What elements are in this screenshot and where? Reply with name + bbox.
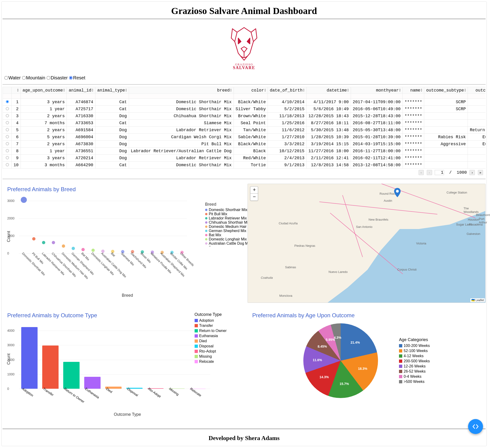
filter-cell[interactable] <box>306 94 351 99</box>
legend-item[interactable]: >500 Weeks <box>399 379 430 384</box>
row-select[interactable] <box>6 121 9 124</box>
table-row[interactable]: 93 yearsA720214DogLabrador Retriever Mix… <box>3 154 486 161</box>
scatter-point[interactable] <box>21 197 27 203</box>
bar[interactable] <box>42 346 59 389</box>
scatter-point[interactable] <box>91 249 95 252</box>
legend-item[interactable]: Domestic Shorthair Mix <box>205 208 254 212</box>
legend-item[interactable]: 12-26 Weeks <box>399 364 430 369</box>
table-row[interactable]: 52 yearsA691584DogLabrador Retriever Mix… <box>3 126 486 134</box>
row-select[interactable] <box>6 149 9 152</box>
legend-item[interactable]: Rto-Adopt <box>195 349 227 354</box>
legend-item[interactable]: 200-500 Weeks <box>399 358 430 364</box>
col-outcome_type[interactable]: outcome_type▲▼ <box>468 87 486 94</box>
pie-chart[interactable]: 21.4%18.3%15.7%14.3%11.6%8.45%5.95%4.3% <box>303 323 378 398</box>
zoom-out-button[interactable]: − <box>250 194 258 201</box>
filter-label[interactable]: Mountain <box>26 75 45 80</box>
col-animal_type[interactable]: animal_type▲▼ <box>95 87 129 94</box>
leaflet-attribution[interactable]: 🇺🇦 Leaflet <box>470 298 485 302</box>
table-row[interactable]: 72 yearsA673830DogPit Bull MixBlack/Whit… <box>3 141 486 148</box>
row-select[interactable] <box>6 163 9 166</box>
filter-cell[interactable] <box>3 94 12 99</box>
legend-item[interactable]: Bat Mix <box>205 233 254 237</box>
table-row[interactable]: 32 yearsA716330DogChihuahua Shorthair Mi… <box>3 113 486 119</box>
legend-item[interactable]: Euthanasia <box>195 333 227 339</box>
filter-label[interactable]: Water <box>9 75 21 80</box>
legend-item[interactable]: Pit Bull Mix <box>205 212 254 216</box>
legend-item[interactable]: 0-4 Weeks <box>399 374 430 379</box>
pager-last[interactable]: » <box>478 170 483 175</box>
filter-cell[interactable] <box>402 94 424 99</box>
location-map[interactable]: + − 🇺🇦 Leaflet AustinRound RockCollege S… <box>248 184 486 303</box>
row-select[interactable] <box>6 114 9 117</box>
filter-reset[interactable] <box>69 76 73 80</box>
filter-label[interactable]: Disaster <box>51 75 68 80</box>
col-name[interactable]: name▲▼ <box>402 87 424 94</box>
col-date_of_birth[interactable]: date_of_birth▲▼ <box>268 87 306 94</box>
code-fab-button[interactable] <box>468 419 483 434</box>
bar-chart[interactable]: 01000200030004000AdoptionTransferReturn … <box>19 323 210 389</box>
table-row[interactable]: 103 monthsA664290CatDomestic Shorthair M… <box>3 161 486 169</box>
row-select[interactable] <box>6 107 9 110</box>
legend-item[interactable]: Adoption <box>195 318 227 323</box>
col-index[interactable]: ▲▼ <box>12 87 21 94</box>
legend-item[interactable]: Disposal <box>195 344 227 349</box>
filter-cell[interactable] <box>20 94 67 99</box>
table-row[interactable]: 47 monthsA733653CatSiamese MixSeal Point… <box>3 119 486 126</box>
row-select[interactable] <box>6 128 9 131</box>
filter-cell[interactable] <box>351 94 402 99</box>
scatter-point[interactable] <box>62 244 65 248</box>
legend-item[interactable]: Bat <box>205 246 254 246</box>
filter-cell[interactable] <box>67 94 95 99</box>
col-animal_id[interactable]: animal_id▲▼ <box>67 87 95 94</box>
legend-item[interactable]: Relocate <box>195 359 227 364</box>
scatter-point[interactable] <box>42 241 45 244</box>
pager-next[interactable]: › <box>470 170 475 175</box>
table-row[interactable]: 13 yearsA746874CatDomestic Shorthair Mix… <box>3 99 486 106</box>
filter-label[interactable]: Reset <box>73 75 85 80</box>
filter-cell[interactable] <box>424 94 468 99</box>
scatter-point[interactable] <box>72 247 75 250</box>
filter-mountain[interactable] <box>22 76 26 80</box>
legend-item[interactable]: Australian Cattle Dog Mix <box>205 242 254 246</box>
legend-item[interactable]: Return to Owner <box>195 328 227 333</box>
legend-item[interactable]: 4-12 Weeks <box>399 353 430 358</box>
zoom-in-button[interactable]: + <box>250 187 258 194</box>
legend-item[interactable]: Labrador Retriever Mix <box>205 216 254 220</box>
row-select[interactable] <box>6 135 9 138</box>
scatter-chart[interactable]: BreedDomestic Shorthair MixPit Bull MixL… <box>19 197 187 253</box>
row-select[interactable] <box>6 100 9 103</box>
col-outcome_subtype[interactable]: outcome_subtype▲▼ <box>424 87 468 94</box>
row-select[interactable] <box>6 156 9 159</box>
map-marker[interactable] <box>394 188 401 198</box>
pager-first[interactable]: « <box>419 170 424 175</box>
legend-item[interactable]: 26-52 Weeks <box>399 369 430 374</box>
scatter-point[interactable] <box>32 237 35 241</box>
filter-water[interactable] <box>4 76 8 80</box>
filter-cell[interactable] <box>268 94 306 99</box>
legend-item[interactable]: 100-200 Weeks <box>399 343 430 348</box>
col-age_upon_outcome[interactable]: age_upon_outcome▲▼ <box>20 87 67 94</box>
filter-cell[interactable] <box>12 94 21 99</box>
row-select[interactable] <box>6 142 9 145</box>
pager-prev[interactable]: ‹ <box>427 170 432 175</box>
legend-item[interactable]: Domestic Longhair Mix <box>205 237 254 242</box>
col-monthyear[interactable]: monthyear▲▼ <box>351 87 402 94</box>
bar[interactable] <box>21 327 38 389</box>
legend-item[interactable]: Domestic Medium Hair Mix <box>205 224 254 229</box>
bar[interactable] <box>63 362 79 389</box>
table-row[interactable]: 81 yearA736551DogLabrador Retriever/Aust… <box>3 148 486 154</box>
scatter-point[interactable] <box>81 248 85 251</box>
col-breed[interactable]: breed▲▼ <box>129 87 234 94</box>
scatter-point[interactable] <box>52 241 55 244</box>
table-row[interactable]: 65 yearsA696004DogCardigan Welsh Corgi M… <box>3 134 486 141</box>
col-color[interactable]: color▲▼ <box>234 87 268 94</box>
legend-item[interactable]: Transfer <box>195 323 227 328</box>
legend-item[interactable]: German Shepherd Mix <box>205 229 254 233</box>
filter-cell[interactable] <box>234 94 268 99</box>
col-datetime[interactable]: datetime▲▼ <box>306 87 351 94</box>
filter-cell[interactable] <box>129 94 234 99</box>
legend-item[interactable]: Chihuahua Shorthair Mix <box>205 220 254 224</box>
filter-cell[interactable] <box>468 94 486 99</box>
filter-disaster[interactable] <box>47 76 50 80</box>
pager-current[interactable] <box>435 170 444 175</box>
